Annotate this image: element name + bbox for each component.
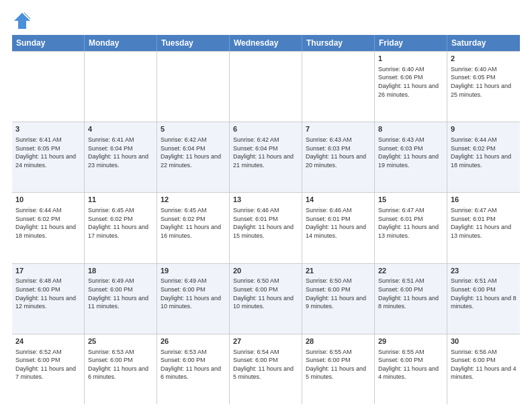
header-cell-wednesday: Wednesday [230,35,302,51]
cal-cell-r1-c6: 9Sunrise: 6:44 AM Sunset: 6:02 PM Daylig… [447,122,520,192]
cal-cell-r4-c1: 25Sunrise: 6:53 AM Sunset: 6:00 PM Dayli… [85,334,157,404]
cal-cell-r3-c5: 22Sunrise: 6:51 AM Sunset: 6:00 PM Dayli… [375,264,447,334]
cal-cell-r2-c4: 14Sunrise: 6:46 AM Sunset: 6:01 PM Dayli… [302,193,375,263]
cal-cell-r1-c0: 3Sunrise: 6:41 AM Sunset: 6:05 PM Daylig… [12,122,85,192]
top-section [12,11,520,31]
day-number: 28 [306,336,371,347]
calendar-row-4: 24Sunrise: 6:52 AM Sunset: 6:00 PM Dayli… [12,334,520,404]
day-number: 15 [378,195,443,205]
day-info: Sunrise: 6:45 AM Sunset: 6:02 PM Dayligh… [161,206,226,240]
day-info: Sunrise: 6:44 AM Sunset: 6:02 PM Dayligh… [15,206,81,240]
day-info: Sunrise: 6:54 AM Sunset: 6:00 PM Dayligh… [233,348,298,381]
day-info: Sunrise: 6:46 AM Sunset: 6:01 PM Dayligh… [233,206,298,240]
day-info: Sunrise: 6:47 AM Sunset: 6:01 PM Dayligh… [378,206,443,240]
cal-cell-r3-c2: 19Sunrise: 6:49 AM Sunset: 6:00 PM Dayli… [157,264,230,334]
day-info: Sunrise: 6:43 AM Sunset: 6:03 PM Dayligh… [378,136,443,169]
day-number: 7 [306,124,371,134]
day-info: Sunrise: 6:51 AM Sunset: 6:00 PM Dayligh… [451,277,517,310]
day-info: Sunrise: 6:48 AM Sunset: 6:00 PM Dayligh… [15,277,81,310]
day-info: Sunrise: 6:53 AM Sunset: 6:00 PM Dayligh… [161,348,226,381]
cal-cell-r2-c6: 16Sunrise: 6:47 AM Sunset: 6:01 PM Dayli… [447,193,520,263]
day-info: Sunrise: 6:46 AM Sunset: 6:01 PM Dayligh… [306,206,371,240]
day-number: 2 [451,54,517,64]
day-number: 14 [306,195,371,205]
cal-cell-r3-c1: 18Sunrise: 6:49 AM Sunset: 6:00 PM Dayli… [85,264,157,334]
cal-cell-r0-c4 [302,52,375,122]
day-info: Sunrise: 6:51 AM Sunset: 6:00 PM Dayligh… [378,277,443,310]
day-info: Sunrise: 6:53 AM Sunset: 6:00 PM Dayligh… [88,348,153,381]
day-number: 21 [306,266,371,276]
cal-cell-r4-c6: 30Sunrise: 6:56 AM Sunset: 6:00 PM Dayli… [447,334,520,404]
day-info: Sunrise: 6:56 AM Sunset: 6:00 PM Dayligh… [451,348,517,381]
cal-cell-r2-c2: 12Sunrise: 6:45 AM Sunset: 6:02 PM Dayli… [157,193,230,263]
day-number: 20 [233,266,298,276]
logo-icon [12,11,32,31]
day-number: 29 [378,336,443,347]
day-info: Sunrise: 6:55 AM Sunset: 6:00 PM Dayligh… [378,348,443,381]
day-number: 11 [88,195,153,205]
cal-cell-r4-c0: 24Sunrise: 6:52 AM Sunset: 6:00 PM Dayli… [12,334,85,404]
day-number: 19 [161,266,226,276]
day-number: 25 [88,336,153,347]
day-info: Sunrise: 6:44 AM Sunset: 6:02 PM Dayligh… [451,136,517,169]
day-number: 8 [378,124,443,134]
cal-cell-r0-c0 [12,52,85,122]
day-number: 30 [451,336,517,347]
cal-cell-r0-c2 [157,52,230,122]
cal-cell-r3-c3: 20Sunrise: 6:50 AM Sunset: 6:00 PM Dayli… [230,264,302,334]
day-number: 12 [161,195,226,205]
svg-marker-0 [14,13,30,29]
day-number: 10 [15,195,81,205]
day-number: 24 [15,336,81,347]
cal-cell-r1-c3: 6Sunrise: 6:42 AM Sunset: 6:04 PM Daylig… [230,122,302,192]
page: SundayMondayTuesdayWednesdayThursdayFrid… [0,0,532,411]
day-number: 3 [15,124,81,134]
day-number: 23 [451,266,517,276]
day-number: 27 [233,336,298,347]
day-info: Sunrise: 6:50 AM Sunset: 6:00 PM Dayligh… [306,277,371,310]
cal-cell-r1-c1: 4Sunrise: 6:41 AM Sunset: 6:04 PM Daylig… [85,122,157,192]
day-number: 17 [15,266,81,276]
cal-cell-r4-c5: 29Sunrise: 6:55 AM Sunset: 6:00 PM Dayli… [375,334,447,404]
header-cell-monday: Monday [85,35,157,51]
day-info: Sunrise: 6:42 AM Sunset: 6:04 PM Dayligh… [161,136,226,169]
cal-cell-r1-c5: 8Sunrise: 6:43 AM Sunset: 6:03 PM Daylig… [375,122,447,192]
cal-cell-r0-c5: 1Sunrise: 6:40 AM Sunset: 6:06 PM Daylig… [375,52,447,122]
cal-cell-r3-c6: 23Sunrise: 6:51 AM Sunset: 6:00 PM Dayli… [447,264,520,334]
cal-cell-r4-c4: 28Sunrise: 6:55 AM Sunset: 6:00 PM Dayli… [302,334,375,404]
calendar-header: SundayMondayTuesdayWednesdayThursdayFrid… [12,35,520,51]
header-cell-saturday: Saturday [447,35,520,51]
day-number: 22 [378,266,443,276]
day-info: Sunrise: 6:52 AM Sunset: 6:00 PM Dayligh… [15,348,81,381]
day-number: 5 [161,124,226,134]
cal-cell-r2-c3: 13Sunrise: 6:46 AM Sunset: 6:01 PM Dayli… [230,193,302,263]
day-info: Sunrise: 6:43 AM Sunset: 6:03 PM Dayligh… [306,136,371,169]
cal-cell-r0-c6: 2Sunrise: 6:40 AM Sunset: 6:05 PM Daylig… [447,52,520,122]
day-number: 18 [88,266,153,276]
header-cell-thursday: Thursday [302,35,375,51]
day-number: 26 [161,336,226,347]
header-cell-sunday: Sunday [12,35,85,51]
day-info: Sunrise: 6:49 AM Sunset: 6:00 PM Dayligh… [161,277,226,310]
day-number: 4 [88,124,153,134]
cal-cell-r2-c5: 15Sunrise: 6:47 AM Sunset: 6:01 PM Dayli… [375,193,447,263]
calendar-row-0: 1Sunrise: 6:40 AM Sunset: 6:06 PM Daylig… [12,51,520,122]
calendar-row-1: 3Sunrise: 6:41 AM Sunset: 6:05 PM Daylig… [12,122,520,193]
cal-cell-r4-c3: 27Sunrise: 6:54 AM Sunset: 6:00 PM Dayli… [230,334,302,404]
header-cell-friday: Friday [375,35,447,51]
cal-cell-r2-c0: 10Sunrise: 6:44 AM Sunset: 6:02 PM Dayli… [12,193,85,263]
header-cell-tuesday: Tuesday [157,35,230,51]
calendar-row-3: 17Sunrise: 6:48 AM Sunset: 6:00 PM Dayli… [12,264,520,334]
day-number: 1 [378,54,443,64]
day-number: 9 [451,124,517,134]
cal-cell-r3-c4: 21Sunrise: 6:50 AM Sunset: 6:00 PM Dayli… [302,264,375,334]
day-info: Sunrise: 6:45 AM Sunset: 6:02 PM Dayligh… [88,206,153,240]
day-info: Sunrise: 6:41 AM Sunset: 6:04 PM Dayligh… [88,136,153,169]
cal-cell-r2-c1: 11Sunrise: 6:45 AM Sunset: 6:02 PM Dayli… [85,193,157,263]
day-number: 6 [233,124,298,134]
calendar-row-2: 10Sunrise: 6:44 AM Sunset: 6:02 PM Dayli… [12,193,520,263]
cal-cell-r1-c4: 7Sunrise: 6:43 AM Sunset: 6:03 PM Daylig… [302,122,375,192]
day-info: Sunrise: 6:42 AM Sunset: 6:04 PM Dayligh… [233,136,298,169]
day-info: Sunrise: 6:41 AM Sunset: 6:05 PM Dayligh… [15,136,81,169]
cal-cell-r0-c3 [230,52,302,122]
